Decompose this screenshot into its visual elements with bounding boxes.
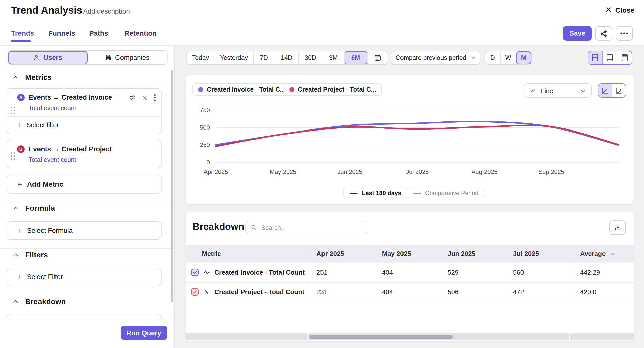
metric-cell: Created Invoice - Total Count bbox=[186, 263, 307, 282]
drag-handle-icon[interactable] bbox=[11, 107, 16, 115]
select-filter-card[interactable]: + Select Filter bbox=[7, 268, 162, 286]
plus-icon: + bbox=[18, 227, 22, 234]
close-button[interactable]: ✕ Close bbox=[605, 6, 634, 14]
y-tick-500: 500 bbox=[190, 124, 210, 131]
drag-handle-icon[interactable] bbox=[11, 152, 16, 160]
range-yesterday[interactable]: Yesterday bbox=[215, 51, 253, 64]
select-filter-button[interactable]: + Select filter bbox=[7, 117, 161, 134]
layout-toggle-group bbox=[587, 51, 632, 65]
plus-icon: + bbox=[18, 273, 22, 281]
range-6m[interactable]: 6M bbox=[344, 51, 367, 64]
range-today[interactable]: Today bbox=[186, 51, 215, 64]
formula-section-header[interactable]: Formula bbox=[13, 204, 55, 212]
ellipsis-icon: ••• bbox=[620, 30, 628, 37]
sidebar-scrollbar[interactable] bbox=[171, 70, 173, 302]
chevron-down-icon bbox=[470, 55, 476, 61]
column-header-may[interactable]: May 2025 bbox=[373, 245, 439, 263]
granularity-day[interactable]: D bbox=[485, 51, 500, 64]
x-tick-may: May 2025 bbox=[270, 168, 296, 176]
value-cell: 529 bbox=[438, 263, 504, 282]
column-header-average[interactable]: Average bbox=[570, 245, 634, 263]
legend-comparative-period[interactable]: Comparative Period bbox=[407, 188, 485, 198]
select-formula-card[interactable]: + Select Formula bbox=[7, 221, 162, 240]
tab-funnels[interactable]: Funnels bbox=[48, 29, 75, 37]
sort-chevron-icon bbox=[610, 251, 616, 257]
table-horizontal-scrollbar[interactable] bbox=[186, 333, 634, 340]
title-separator bbox=[80, 6, 80, 18]
metric-title[interactable]: Events → Created Invoice bbox=[29, 94, 112, 101]
tab-paths[interactable]: Paths bbox=[89, 29, 108, 37]
granularity-control: D W M bbox=[485, 51, 532, 65]
calendar-icon bbox=[374, 54, 381, 62]
add-description-button[interactable]: Add description bbox=[83, 8, 130, 15]
kebab-menu-icon[interactable] bbox=[154, 94, 156, 101]
sliders-icon[interactable] bbox=[129, 94, 136, 101]
measure-link[interactable]: Total event count bbox=[29, 156, 161, 163]
series-line[interactable] bbox=[216, 125, 618, 146]
divider bbox=[0, 70, 175, 70]
layout-split-horizontal-button[interactable] bbox=[588, 51, 602, 64]
share-button[interactable] bbox=[595, 26, 612, 41]
more-options-button[interactable]: ••• bbox=[616, 26, 633, 41]
scrollbar-column-gap bbox=[569, 333, 570, 340]
page-title: Trend Analysis bbox=[11, 5, 82, 16]
column-header-jul[interactable]: Jul 2025 bbox=[504, 245, 570, 263]
trend-chart-card: Created Invoice - Total C... Created Pro… bbox=[186, 75, 634, 204]
waveform-icon bbox=[203, 289, 210, 295]
filters-section-header[interactable]: Filters bbox=[13, 250, 48, 259]
entity-toggle-companies[interactable]: Companies bbox=[88, 51, 167, 64]
calendar-button[interactable] bbox=[367, 51, 388, 64]
row-checkbox-invoice[interactable] bbox=[191, 269, 199, 276]
value-cell: 472 bbox=[504, 282, 570, 302]
add-metric-card[interactable]: + Add Metric bbox=[7, 175, 162, 194]
breakdown-card: Breakdown Metric Apr 2025 May 2025 Jun 2… bbox=[186, 212, 634, 341]
column-header-metric[interactable]: Metric bbox=[186, 245, 307, 263]
average-cell: 442.29 bbox=[570, 263, 634, 282]
search-input[interactable] bbox=[261, 224, 352, 231]
y-tick-0: 0 bbox=[190, 159, 210, 166]
measure-link[interactable]: Total event count bbox=[29, 105, 161, 112]
metric-title[interactable]: Events → Created Project bbox=[29, 145, 112, 153]
table-row-invoice: Created Invoice - Total Count 251 404 52… bbox=[186, 263, 634, 282]
granularity-month[interactable]: M bbox=[516, 51, 531, 64]
range-3m[interactable]: 3M bbox=[322, 51, 344, 64]
entity-toggle-users[interactable]: Users bbox=[8, 51, 88, 64]
x-tick-jun: Jun 2025 bbox=[338, 168, 363, 176]
active-tab-underline bbox=[11, 40, 31, 42]
download-button[interactable] bbox=[609, 220, 626, 235]
average-cell: 420.0 bbox=[570, 282, 634, 302]
value-cell: 231 bbox=[307, 282, 373, 302]
save-button[interactable]: Save bbox=[563, 26, 592, 41]
share-icon bbox=[600, 30, 607, 37]
breakdown-section-header[interactable]: Breakdown bbox=[13, 297, 66, 306]
granularity-week[interactable]: W bbox=[500, 51, 516, 64]
breakdown-search[interactable] bbox=[245, 221, 367, 234]
row-checkbox-project[interactable] bbox=[191, 288, 199, 296]
tab-retention[interactable]: Retention bbox=[124, 29, 157, 37]
column-header-jun[interactable]: Jun 2025 bbox=[438, 245, 504, 263]
column-header-apr[interactable]: Apr 2025 bbox=[307, 245, 373, 263]
series-line[interactable] bbox=[216, 121, 618, 145]
metrics-section-header[interactable]: Metrics bbox=[13, 73, 52, 81]
layout-table-focus-button[interactable] bbox=[617, 51, 632, 64]
metric-badge-b: B bbox=[17, 145, 25, 153]
compare-period-dropdown[interactable]: Compare previous period bbox=[391, 51, 480, 65]
range-7d[interactable]: 7D bbox=[253, 51, 274, 64]
chevron-up-icon bbox=[13, 252, 19, 258]
legend-current-period[interactable]: Last 180 days bbox=[343, 188, 408, 198]
layout-chart-focus-button[interactable] bbox=[602, 51, 617, 64]
remove-metric-icon[interactable] bbox=[142, 94, 148, 100]
tab-trends[interactable]: Trends bbox=[11, 29, 34, 37]
building-icon bbox=[105, 54, 112, 61]
scrollbar-column-gap bbox=[307, 333, 308, 340]
waveform-icon bbox=[203, 269, 210, 276]
y-tick-250: 250 bbox=[190, 141, 210, 148]
range-14d[interactable]: 14D bbox=[274, 51, 298, 64]
trend-line-chart[interactable] bbox=[186, 75, 634, 204]
value-cell: 560 bbox=[504, 263, 570, 282]
divider bbox=[0, 295, 175, 295]
value-cell: 404 bbox=[373, 263, 439, 282]
scrollbar-thumb[interactable] bbox=[309, 335, 453, 339]
range-30d[interactable]: 30D bbox=[298, 51, 322, 64]
run-query-button[interactable]: Run Query bbox=[121, 326, 167, 340]
